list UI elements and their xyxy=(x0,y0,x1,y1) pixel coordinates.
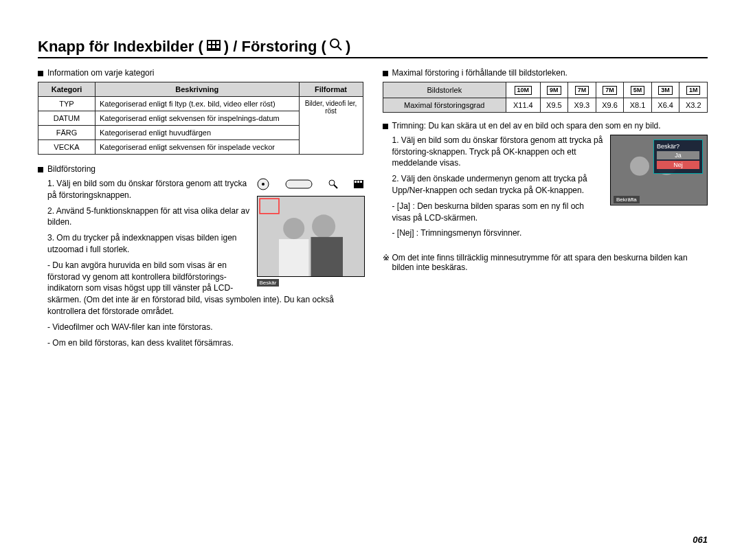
cell-farg-d: Kategoriserad enligt huvudfärgen xyxy=(95,126,300,140)
category-table: Kategori Beskrivning Filformat TYP Kateg… xyxy=(38,82,363,155)
title-pre: Knapp för Indexbilder ( xyxy=(38,38,203,56)
magnify-icon xyxy=(329,38,343,56)
substep-2: - Videofilmer och WAV-filer kan inte för… xyxy=(47,322,363,333)
th-filformat: Filformat xyxy=(299,82,363,97)
th-kategori: Kategori xyxy=(38,82,95,97)
left-heading-1: Information om varje kategori xyxy=(47,68,154,78)
cell-format: Bilder, videofi ler, röst xyxy=(299,97,363,155)
right-heading-1: Maximal förstoring i förhållande till bi… xyxy=(392,68,567,78)
thumbnail-icon xyxy=(354,180,363,190)
svg-point-19 xyxy=(283,218,304,239)
svg-rect-22 xyxy=(311,237,343,276)
zoom-3: X9.6 xyxy=(596,98,624,112)
zoom-2: X9.3 xyxy=(568,98,596,112)
svg-point-25 xyxy=(630,157,649,176)
enlarge-illustration: Beskär xyxy=(257,178,363,287)
trim-dialog-photo: Beskär? Ja Nej Bekräfta xyxy=(610,135,708,205)
cell-farg-k: FÄRG xyxy=(38,126,95,140)
right-column: Maximal förstoring i förhållande till bi… xyxy=(383,68,708,352)
size-5: 3M xyxy=(658,86,673,95)
page-number: 061 xyxy=(693,535,708,545)
sample-photo xyxy=(257,196,365,277)
asterisk-icon: ※ xyxy=(383,253,390,272)
opt-nej: - [Nej] : Trimningsmenyn försvinner. xyxy=(392,227,708,239)
size-4: 5M xyxy=(631,86,645,95)
svg-rect-4 xyxy=(208,45,211,48)
substep-3: - Om en bild förstoras, kan dess kvalite… xyxy=(47,337,363,349)
cell-datum-d: Kategoriserad enligt sekvensen för inspe… xyxy=(95,111,300,126)
cell-typ-d: Kategoriserad enligt fi ltyp (t.ex. bild… xyxy=(95,97,300,111)
zoom-1: X9.5 xyxy=(540,98,568,112)
cell-datum-k: DATUM xyxy=(38,111,95,126)
svg-point-10 xyxy=(262,183,265,186)
svg-point-20 xyxy=(312,214,335,238)
size-2: 7M xyxy=(575,86,589,95)
page: Knapp för Indexbilder ( ) / Förstoring (… xyxy=(0,0,742,560)
size-3: 7M xyxy=(603,86,617,95)
page-title: Knapp för Indexbilder ( ) / Förstoring (… xyxy=(38,38,708,58)
svg-rect-11 xyxy=(286,180,312,188)
left-heading-2: Bildförstoring xyxy=(47,164,95,174)
svg-rect-21 xyxy=(279,239,308,276)
dialog-ja: Ja xyxy=(657,151,699,159)
svg-rect-16 xyxy=(357,181,359,183)
zoom-5: X6.4 xyxy=(651,98,679,112)
svg-rect-5 xyxy=(212,45,215,48)
trim-dialog: Beskär? Ja Nej xyxy=(653,139,703,174)
svg-point-12 xyxy=(329,180,335,186)
square-bullet-icon xyxy=(383,124,388,129)
title-post: ) xyxy=(346,38,350,56)
zoom-r1-label: Bildstorlek xyxy=(383,82,506,98)
zoom-0: X11.4 xyxy=(506,98,541,112)
zoom-6: X3.2 xyxy=(679,98,708,112)
square-bullet-icon xyxy=(38,167,43,172)
svg-rect-15 xyxy=(355,181,357,183)
dialog-question: Beskär? xyxy=(657,143,699,150)
svg-rect-2 xyxy=(212,41,215,44)
zoom-r2-label: Maximal förstoringsgrad xyxy=(383,98,506,112)
cell-vecka-d: Kategoriserad enligt sekvensen för inspe… xyxy=(95,140,300,155)
svg-rect-1 xyxy=(208,41,211,44)
dialog-nej: Nej xyxy=(657,161,699,169)
caption-beskar: Beskär xyxy=(257,279,280,287)
svg-rect-3 xyxy=(216,41,219,44)
svg-rect-6 xyxy=(216,45,219,48)
svg-rect-17 xyxy=(360,181,362,183)
square-bullet-icon xyxy=(38,71,43,76)
magnify-icon xyxy=(328,179,338,190)
size-0: 10M xyxy=(515,86,532,95)
left-column: Information om varje kategori Kategori B… xyxy=(38,68,363,352)
size-1: 9M xyxy=(547,86,561,95)
display-icon xyxy=(285,178,313,192)
thumbnail-icon xyxy=(206,38,221,56)
memory-note: Om det inte finns tillräcklig minnesutry… xyxy=(392,253,708,272)
square-bullet-icon xyxy=(383,71,388,76)
zoom-table: Bildstorlek 10M 9M 7M 7M 5M 3M 1M Maxima… xyxy=(383,82,708,113)
size-6: 1M xyxy=(686,86,701,95)
cell-vecka-k: VECKA xyxy=(38,140,95,155)
zoom-4: X8.1 xyxy=(624,98,652,112)
th-beskrivning: Beskrivning xyxy=(95,82,300,97)
svg-line-8 xyxy=(337,46,341,50)
cell-typ-k: TYP xyxy=(38,97,95,111)
svg-line-13 xyxy=(334,185,337,188)
title-mid: ) / Förstoring ( xyxy=(224,38,326,56)
nav-pad-icon xyxy=(257,178,269,192)
dialog-ok: Bekräfta xyxy=(614,196,640,203)
right-heading-2: Trimning: Du kan skära ut en del av en b… xyxy=(392,121,661,131)
